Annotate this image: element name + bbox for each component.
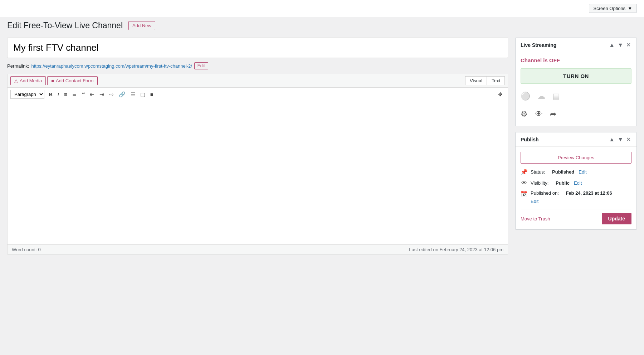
- post-title-input[interactable]: [7, 38, 508, 58]
- live-streaming-collapse-up-button[interactable]: ▲: [608, 42, 615, 48]
- screen-options-label: Screen Options: [594, 6, 626, 11]
- top-bar: Screen Options ▼: [0, 0, 644, 17]
- main-layout: Permalink: https://eytanraphaelycom.wpco…: [0, 30, 644, 262]
- word-count-area: Word count: 0: [12, 247, 41, 252]
- calendar-icon: 📅: [521, 190, 528, 197]
- add-media-label: Add Media: [20, 78, 42, 83]
- published-on-label: Published on:: [531, 190, 559, 196]
- screen-options-button[interactable]: Screen Options ▼: [589, 4, 637, 13]
- status-edit-link[interactable]: Edit: [579, 169, 586, 175]
- preview-changes-button[interactable]: Preview Changes: [521, 152, 631, 164]
- chart-icon[interactable]: ▤: [552, 92, 560, 101]
- publish-footer: Move to Trash Update: [521, 213, 631, 224]
- live-streaming-controls: ▲ ▼ ✕: [608, 42, 631, 48]
- gear-icon[interactable]: ⚙: [521, 110, 528, 119]
- publish-date-row: 📅 Published on: Feb 24, 2023 at 12:06: [521, 190, 631, 197]
- status-value: Published: [552, 169, 574, 175]
- camera-icon[interactable]: ⚪: [521, 92, 530, 101]
- publish-status-row: 📌 Status: Published Edit: [521, 169, 631, 175]
- tab-visual[interactable]: Visual: [465, 76, 487, 85]
- format-blockquote-button[interactable]: ❝: [80, 91, 87, 98]
- live-streaming-close-button[interactable]: ✕: [625, 42, 631, 48]
- format-bold-button[interactable]: B: [47, 91, 55, 98]
- visibility-label: Visibility:: [531, 180, 548, 186]
- format-ordered-list-button[interactable]: ≣: [70, 91, 79, 98]
- media-icon: △: [14, 78, 18, 83]
- editor-content-area[interactable]: [8, 101, 508, 244]
- word-count-label: Word count:: [12, 247, 37, 252]
- status-icon: 📌: [521, 169, 528, 175]
- format-table2-button[interactable]: ■: [148, 91, 156, 98]
- update-button[interactable]: Update: [602, 213, 631, 224]
- editor-toolbar: △ Add Media ■ Add Contact Form Visual Te…: [8, 74, 508, 88]
- editor-box: △ Add Media ■ Add Contact Form Visual Te…: [7, 74, 508, 255]
- visibility-edit-link[interactable]: Edit: [574, 180, 582, 186]
- editor-footer: Word count: 0 Last edited on February 24…: [8, 244, 508, 254]
- status-label: Status:: [531, 169, 545, 175]
- format-align-center-button[interactable]: ⇥: [97, 91, 106, 98]
- visibility-icon: 👁: [521, 180, 528, 186]
- permalink-bar: Permalink: https://eytanraphaelycom.wpco…: [7, 62, 508, 69]
- live-streaming-metabox-body: Channel is OFF TURN ON ⚪ ☁ ▤ ⚙ 👁 ➦: [516, 52, 636, 126]
- streaming-icons-row2: ⚙ 👁 ➦: [521, 107, 631, 121]
- live-streaming-metabox-header: Live Streaming ▲ ▼ ✕: [516, 38, 636, 52]
- format-fullscreen-button[interactable]: ✥: [496, 91, 505, 98]
- add-media-button[interactable]: △ Add Media: [10, 76, 46, 85]
- publish-visibility-row: 👁 Visibility: Public Edit: [521, 180, 631, 186]
- format-italic-button[interactable]: I: [55, 91, 61, 98]
- publish-controls: ▲ ▼ ✕: [608, 136, 631, 143]
- visibility-value: Public: [556, 180, 570, 186]
- add-contact-form-button[interactable]: ■ Add Contact Form: [47, 76, 97, 85]
- last-edited-label: Last edited on February 24, 2023 at 12:0…: [409, 247, 503, 252]
- editor-format-bar: Paragraph B I ≡ ≣ ❝ ⇤ ⇥ ⇨ 🔗 ☰ ▢ ■ ✥: [8, 88, 508, 101]
- divider: [521, 209, 631, 209]
- add-contact-form-label: Add Contact Form: [56, 78, 94, 83]
- add-new-button[interactable]: Add New: [128, 21, 155, 30]
- format-unordered-list-button[interactable]: ≡: [62, 91, 69, 98]
- contact-form-icon: ■: [51, 78, 54, 83]
- page-title: Edit Free-To-View Live Channel: [7, 21, 123, 30]
- paragraph-select[interactable]: Paragraph: [10, 90, 44, 99]
- sidebar: Live Streaming ▲ ▼ ✕ Channel is OFF TURN…: [515, 38, 637, 230]
- publish-close-button[interactable]: ✕: [625, 136, 631, 143]
- publish-metabox: Publish ▲ ▼ ✕ Preview Changes 📌 Status: …: [515, 132, 637, 230]
- editor-toolbar-left: △ Add Media ■ Add Contact Form: [10, 76, 462, 85]
- streaming-icons-row1: ⚪ ☁ ▤: [521, 89, 631, 103]
- publish-collapse-up-button[interactable]: ▲: [608, 136, 615, 143]
- format-align-right-button[interactable]: ⇨: [107, 91, 116, 98]
- permalink-url[interactable]: https://eytanraphaelycom.wpcomstaging.co…: [31, 63, 192, 69]
- share-icon[interactable]: ➦: [550, 110, 556, 119]
- page-title-bar: Edit Free-To-View Live Channel Add New: [0, 17, 644, 30]
- permalink-label: Permalink:: [7, 63, 29, 69]
- word-count-value: 0: [38, 247, 40, 252]
- publish-collapse-down-button[interactable]: ▼: [617, 136, 624, 143]
- publish-metabox-header: Publish ▲ ▼ ✕: [516, 132, 636, 147]
- live-streaming-metabox: Live Streaming ▲ ▼ ✕ Channel is OFF TURN…: [515, 38, 637, 126]
- cloud-icon[interactable]: ☁: [537, 92, 545, 101]
- publish-title: Publish: [521, 137, 539, 142]
- editor-tabs: Visual Text: [465, 76, 505, 85]
- move-to-trash-link[interactable]: Move to Trash: [521, 216, 550, 222]
- format-more-button[interactable]: ☰: [128, 91, 137, 98]
- turn-on-button[interactable]: TURN ON: [521, 68, 631, 84]
- published-on-edit-link[interactable]: Edit: [531, 199, 631, 204]
- format-align-left-button[interactable]: ⇤: [88, 91, 97, 98]
- chevron-down-icon: ▼: [628, 6, 632, 11]
- editor-area: Permalink: https://eytanraphaelycom.wpco…: [7, 38, 508, 255]
- publish-date-block: 📅 Published on: Feb 24, 2023 at 12:06 Ed…: [521, 190, 631, 204]
- live-streaming-collapse-down-button[interactable]: ▼: [617, 42, 624, 48]
- permalink-edit-button[interactable]: Edit: [194, 62, 208, 69]
- format-table-button[interactable]: ▢: [138, 91, 147, 98]
- tab-text[interactable]: Text: [487, 76, 505, 85]
- format-link-button[interactable]: 🔗: [117, 91, 128, 98]
- published-on-value: Feb 24, 2023 at 12:06: [566, 190, 612, 196]
- eye-icon[interactable]: 👁: [535, 110, 543, 119]
- live-streaming-title: Live Streaming: [521, 42, 556, 48]
- publish-metabox-body: Preview Changes 📌 Status: Published Edit…: [516, 147, 636, 229]
- channel-status: Channel is OFF: [521, 57, 631, 63]
